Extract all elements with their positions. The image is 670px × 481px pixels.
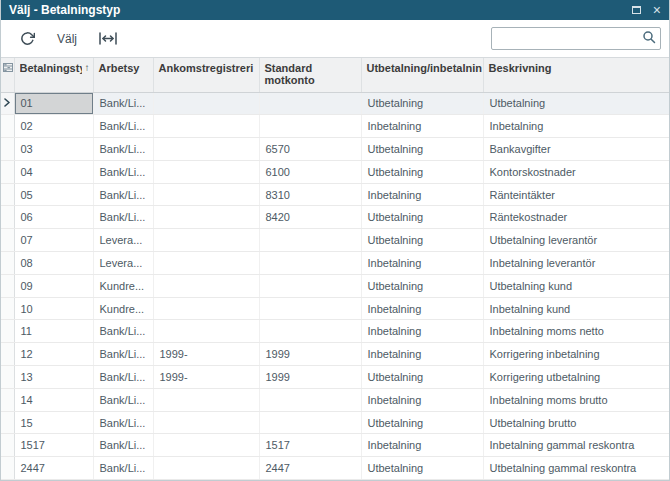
cell-ankomstregistrering[interactable] [153,252,259,275]
cell-arbetsyta[interactable]: Bank/Li... [93,343,153,366]
table-row[interactable]: 10 Kundre... Inbetalning Inbetalning kun… [1,297,669,320]
cell-betalningstyp[interactable]: 1517 [14,434,93,457]
table-row[interactable]: 1517 Bank/Li... 1517 Inbetalning Inbetal… [1,434,669,457]
row-marker[interactable] [1,411,14,434]
cell-utbetalning-inbetalning[interactable]: Inbetalning [361,343,483,366]
cell-standard-motkonto[interactable]: 1999 [259,366,361,389]
row-marker[interactable] [1,160,14,183]
cell-beskrivning[interactable]: Inbetalning moms brutto [483,388,669,411]
column-header-utbetalning-inbetalning[interactable]: Utbetalning/inbetalnin [361,58,483,92]
cell-ankomstregistrering[interactable] [153,274,259,297]
row-marker[interactable] [1,183,14,206]
cell-arbetsyta[interactable]: Bank/Li... [93,183,153,206]
table-row[interactable]: 03 Bank/Li... 6570 Utbetalning Bankavgif… [1,138,669,161]
cell-standard-motkonto[interactable]: 8310 [259,183,361,206]
cell-ankomstregistrering[interactable] [153,457,259,480]
cell-utbetalning-inbetalning[interactable]: Inbetalning [361,115,483,138]
cell-utbetalning-inbetalning[interactable]: Inbetalning [361,388,483,411]
cell-utbetalning-inbetalning[interactable]: Utbetalning [361,274,483,297]
cell-beskrivning[interactable]: Räntekostnader [483,206,669,229]
cell-ankomstregistrering[interactable] [153,206,259,229]
cell-arbetsyta[interactable]: Bank/Li... [93,434,153,457]
cell-betalningstyp[interactable]: 15 [14,411,93,434]
row-marker[interactable] [1,343,14,366]
cell-betalningstyp[interactable]: 2447 [14,457,93,480]
cell-standard-motkonto[interactable] [259,252,361,275]
cell-arbetsyta[interactable]: Bank/Li... [93,388,153,411]
cell-ankomstregistrering[interactable] [153,138,259,161]
cell-standard-motkonto[interactable] [259,229,361,252]
row-marker[interactable] [1,115,14,138]
cell-standard-motkonto[interactable]: 8420 [259,206,361,229]
cell-standard-motkonto[interactable] [259,411,361,434]
select-all-header-cell[interactable] [1,58,14,92]
cell-betalningstyp[interactable]: 10 [14,297,93,320]
table-row[interactable]: 12 Bank/Li... 1999- 1999 Inbetalning Kor… [1,343,669,366]
cell-utbetalning-inbetalning[interactable]: Utbetalning [361,92,483,115]
cell-arbetsyta[interactable]: Bank/Li... [93,92,153,115]
row-marker[interactable] [1,434,14,457]
cell-utbetalning-inbetalning[interactable]: Utbetalning [361,206,483,229]
cell-ankomstregistrering[interactable] [153,92,259,115]
magnifier-icon[interactable] [642,30,656,48]
cell-betalningstyp[interactable]: 13 [14,366,93,389]
cell-arbetsyta[interactable]: Kundre... [93,297,153,320]
cell-ankomstregistrering[interactable] [153,115,259,138]
cell-utbetalning-inbetalning[interactable]: Inbetalning [361,434,483,457]
cell-utbetalning-inbetalning[interactable]: Inbetalning [361,252,483,275]
cell-standard-motkonto[interactable] [259,388,361,411]
cell-betalningstyp[interactable]: 08 [14,252,93,275]
cell-ankomstregistrering[interactable] [153,388,259,411]
cell-beskrivning[interactable]: Korrigering utbetalning [483,366,669,389]
cell-beskrivning[interactable]: Ränteintäkter [483,183,669,206]
column-header-beskrivning[interactable]: Beskrivning [483,58,669,92]
maximize-icon[interactable] [632,6,641,14]
row-marker[interactable] [1,138,14,161]
cell-beskrivning[interactable]: Inbetalning kund [483,297,669,320]
cell-beskrivning[interactable]: Korrigering inbetalning [483,343,669,366]
cell-ankomstregistrering[interactable] [153,297,259,320]
cell-betalningstyp[interactable]: 09 [14,274,93,297]
cell-standard-motkonto[interactable]: 2447 [259,457,361,480]
cell-standard-motkonto[interactable]: 6100 [259,160,361,183]
cell-betalningstyp[interactable]: 14 [14,388,93,411]
cell-utbetalning-inbetalning[interactable]: Inbetalning [361,320,483,343]
cell-arbetsyta[interactable]: Levera... [93,252,153,275]
column-header-ankomstregistrering[interactable]: Ankomstregistreri [153,58,259,92]
table-row[interactable]: 11 Bank/Li... Inbetalning Inbetalning mo… [1,320,669,343]
table-row[interactable]: 09 Kundre... Utbetalning Utbetalning kun… [1,274,669,297]
cell-ankomstregistrering[interactable]: 1999- [153,343,259,366]
cell-ankomstregistrering[interactable] [153,320,259,343]
cell-arbetsyta[interactable]: Bank/Li... [93,411,153,434]
row-marker[interactable] [1,457,14,480]
table-row[interactable]: 04 Bank/Li... 6100 Utbetalning Kontorsko… [1,160,669,183]
cell-ankomstregistrering[interactable] [153,183,259,206]
cell-arbetsyta[interactable]: Bank/Li... [93,160,153,183]
cell-beskrivning[interactable]: Kontorskostnader [483,160,669,183]
cell-utbetalning-inbetalning[interactable]: Utbetalning [361,229,483,252]
cell-standard-motkonto[interactable]: 1517 [259,434,361,457]
close-icon[interactable]: × [653,3,661,17]
cell-betalningstyp[interactable]: 01 [14,92,93,115]
cell-utbetalning-inbetalning[interactable]: Utbetalning [361,138,483,161]
row-marker[interactable] [1,320,14,343]
cell-betalningstyp[interactable]: 04 [14,160,93,183]
cell-ankomstregistrering[interactable]: 1999- [153,366,259,389]
cell-arbetsyta[interactable]: Bank/Li... [93,320,153,343]
row-marker[interactable] [1,206,14,229]
cell-ankomstregistrering[interactable] [153,411,259,434]
cell-standard-motkonto[interactable] [259,115,361,138]
fit-width-button[interactable] [88,26,128,52]
cell-beskrivning[interactable]: Utbetalning leverantör [483,229,669,252]
refresh-button[interactable] [9,26,46,52]
table-row[interactable]: 15 Bank/Li... Utbetalning Utbetalning br… [1,411,669,434]
cell-standard-motkonto[interactable] [259,274,361,297]
cell-utbetalning-inbetalning[interactable]: Utbetalning [361,411,483,434]
cell-arbetsyta[interactable]: Bank/Li... [93,366,153,389]
table-row[interactable]: 13 Bank/Li... 1999- 1999 Utbetalning Kor… [1,366,669,389]
cell-beskrivning[interactable]: Inbetalning [483,115,669,138]
column-header-betalningstyp[interactable]: Betalningsty ↑ [14,58,93,92]
table-row[interactable]: 02 Bank/Li... Inbetalning Inbetalning [1,115,669,138]
cell-ankomstregistrering[interactable] [153,229,259,252]
table-row[interactable]: 01 Bank/Li... Utbetalning Utbetalning [1,92,669,115]
